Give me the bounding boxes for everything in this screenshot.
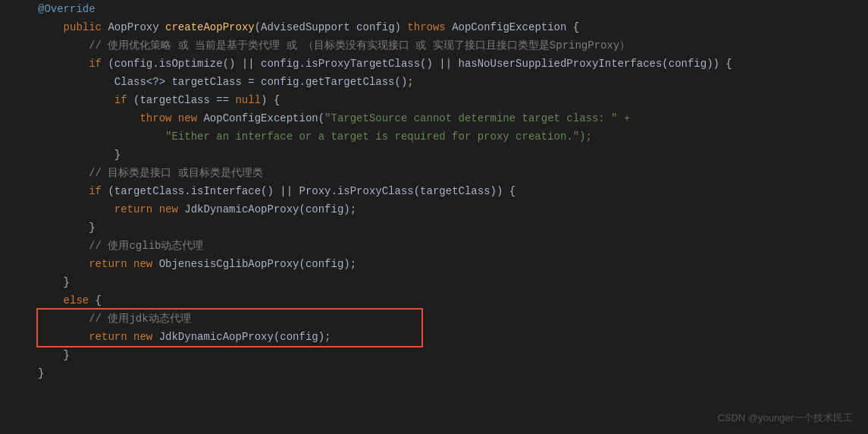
token: }	[64, 273, 70, 291]
line: }	[0, 346, 868, 364]
token: (targetClass.isInterface() || Proxy.	[102, 182, 337, 200]
token: (	[255, 18, 261, 36]
line: if (config.isOptimize() || config.isProx…	[0, 55, 868, 73]
token	[152, 200, 158, 219]
token	[171, 109, 177, 127]
token: "TargetSource cannot determine target cl…	[324, 109, 630, 127]
line: if (targetClass.isInterface() || Proxy.i…	[0, 182, 868, 200]
token: return	[114, 200, 152, 219]
token: }	[64, 346, 70, 364]
token: throw	[139, 109, 171, 127]
token: if	[89, 55, 102, 73]
token: new	[133, 255, 152, 273]
token: }	[38, 364, 44, 382]
token: (config.isOptimize() || config.isProxyTa…	[102, 55, 732, 73]
code-content: @Override public AopProxy createAopProxy…	[0, 0, 868, 382]
line: if (targetClass == null) {	[0, 91, 868, 109]
token: AopProxy	[108, 18, 158, 36]
line: return new JdkDynamicAopProxy(config);	[0, 200, 868, 219]
token	[159, 18, 165, 36]
token: if	[89, 182, 102, 200]
token: AdvisedSupport	[261, 18, 350, 36]
token: "Either an interface or a target is requ…	[165, 127, 592, 146]
line: // 使用cglib动态代理	[0, 237, 868, 255]
line: return new JdkDynamicAopProxy(config);	[0, 328, 868, 346]
token: JdkDynamicAopProxy(config);	[178, 200, 356, 219]
line: }	[0, 273, 868, 291]
token: createAopProxy	[165, 18, 255, 36]
token: // 使用jdk动态代理	[89, 310, 190, 328]
line: public AopProxy createAopProxy(AdvisedSu…	[0, 18, 868, 36]
line: // 目标类是接口 或目标类是代理类	[0, 164, 868, 182]
token: public	[64, 18, 102, 36]
token: return	[89, 255, 127, 273]
token: AopConfigException {	[446, 18, 579, 36]
token	[127, 255, 133, 273]
token: {	[89, 291, 102, 310]
token: else	[64, 291, 89, 310]
line: // 使用jdk动态代理	[0, 310, 868, 328]
line: return new ObjenesisCglibAopProxy(config…	[0, 255, 868, 273]
token	[102, 18, 108, 36]
token: // 使用优化策略 或 当前是基于类代理 或 （目标类没有实现接口 或 实现了接…	[89, 36, 630, 55]
line: }	[0, 364, 868, 382]
token: // 使用cglib动态代理	[89, 237, 203, 255]
line: "Either an interface or a target is requ…	[0, 127, 868, 146]
line: // 使用优化策略 或 当前是基于类代理 或 （目标类没有实现接口 或 实现了接…	[0, 36, 868, 55]
token: new	[159, 200, 178, 219]
token: AopConfigException(	[197, 109, 324, 127]
token: null	[235, 91, 261, 109]
token: <?> targetClass = config.getTargetClass(…	[146, 73, 414, 91]
token: @Override	[38, 0, 96, 18]
token: }	[114, 146, 121, 164]
token: (targetClass)) {	[414, 182, 515, 200]
token: }	[89, 219, 95, 237]
token: throws	[407, 18, 445, 36]
token: new	[178, 109, 197, 127]
line: @Override	[0, 0, 868, 18]
line: Class<?> targetClass = config.getTargetC…	[0, 73, 868, 91]
token: if	[114, 91, 127, 109]
token: config)	[350, 18, 408, 36]
token: return	[89, 328, 127, 346]
token	[127, 328, 133, 346]
line: else {	[0, 291, 868, 310]
token: isProxyClass	[337, 182, 414, 200]
token: new	[133, 328, 152, 346]
token: // 目标类是接口 或目标类是代理类	[89, 164, 263, 182]
token: (targetClass ==	[127, 91, 236, 109]
token: ) {	[261, 91, 280, 109]
token: Class	[114, 73, 146, 91]
line: }	[0, 219, 868, 237]
watermark: CSDN @younger一个技术民工	[717, 411, 853, 425]
code-editor: @Override public AopProxy createAopProxy…	[0, 0, 868, 434]
line: throw new AopConfigException("TargetSour…	[0, 109, 868, 127]
token: ObjenesisCglibAopProxy(config);	[152, 255, 356, 273]
token: JdkDynamicAopProxy(config);	[152, 328, 331, 346]
line: }	[0, 146, 868, 164]
